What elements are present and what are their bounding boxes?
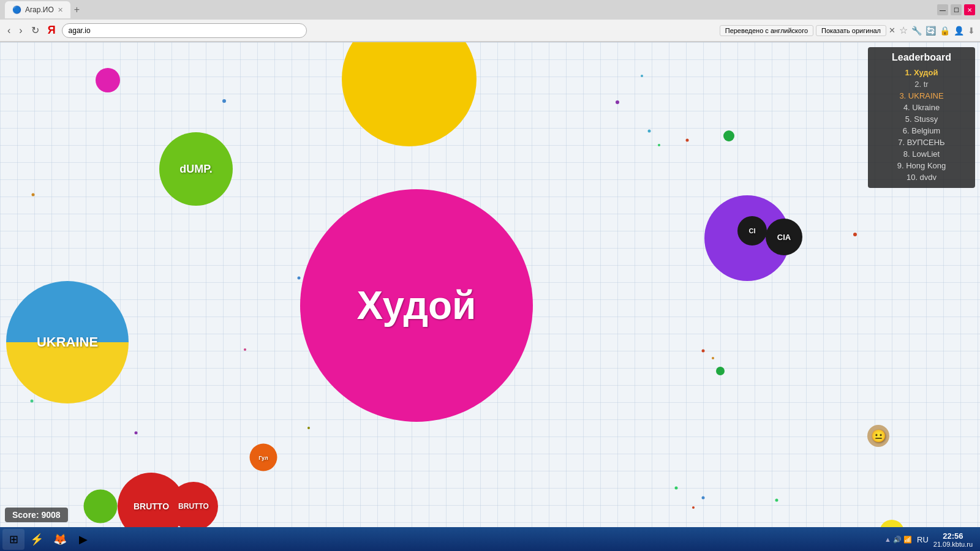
app2-icon: 🦊 — [53, 533, 67, 546]
leaderboard-item-3: 3. UKRAINE — [868, 90, 975, 102]
browser-tab[interactable]: 🔵 Агар.ИО ✕ — [5, 1, 70, 18]
game-area: Leaderboard 1. Худой2. tr3. UKRAINE4. Uk… — [0, 42, 980, 527]
cell-ukraine-cell: UKRAINE — [6, 281, 129, 403]
cell-green-dot-right — [723, 130, 734, 141]
taskbar: ⊞ ⚡ 🦊 ▶ ▲ 🔊 📶 RU 22:56 21.09.kbtu.ru — [0, 527, 980, 551]
user-icon: 👤 — [954, 26, 964, 36]
translate-bar: Переведено с английского Показать оригин… — [720, 25, 895, 36]
app3-icon: ▶ — [79, 533, 88, 546]
start-button[interactable]: ⊞ — [2, 529, 24, 550]
download-icon: ⬇ — [968, 26, 975, 36]
food-dot-14 — [775, 499, 778, 502]
food-dot-17 — [307, 427, 310, 429]
food-dot-3 — [686, 139, 689, 142]
food-dot-18 — [641, 75, 643, 77]
food-dot-12 — [692, 506, 695, 509]
leaderboard-list: 1. Худой2. tr3. UKRAINE4. Ukraine5. Stus… — [868, 67, 975, 183]
clock-date: 21.09.kbtu.ru — [933, 541, 973, 548]
new-tab-button[interactable]: + — [74, 4, 80, 15]
leaderboard-item-7: 7. ВУПСЕНЬ — [868, 137, 975, 148]
tab-close-button[interactable]: ✕ — [58, 6, 63, 14]
food-dot-6 — [298, 277, 301, 280]
leaderboard-item-1: 1. Худой — [868, 67, 975, 78]
address-bar[interactable] — [62, 23, 307, 38]
leaderboard-item-2: 2. tr — [868, 78, 975, 90]
leaderboard-item-6: 6. Belgium — [868, 125, 975, 137]
food-dot-15 — [31, 400, 34, 403]
food-dot-0 — [222, 99, 226, 103]
maximize-button[interactable]: ☐ — [951, 4, 962, 15]
nav-bar: ‹ › ↻ Я Переведено с английского Показат… — [0, 20, 980, 42]
food-dot-8 — [702, 350, 705, 353]
leaderboard: Leaderboard 1. Худой2. tr3. UKRAINE4. Uk… — [868, 47, 975, 188]
taskbar-app2[interactable]: 🦊 — [49, 529, 71, 550]
leaderboard-item-9: 9. Hong Kong — [868, 160, 975, 171]
food-dot-1 — [616, 100, 619, 104]
food-dot-4 — [658, 144, 660, 146]
clock: 22:56 21.09.kbtu.ru — [933, 531, 973, 548]
score-box: Score: 9008 — [5, 508, 68, 522]
food-dot-10 — [675, 487, 678, 490]
start-icon: ⊞ — [9, 533, 18, 546]
translate-label: Переведено с английского — [720, 25, 813, 36]
food-dot-2 — [648, 130, 651, 133]
sync-icon: 🔄 — [925, 26, 936, 36]
leaderboard-item-10: 10. dvdv — [868, 171, 975, 183]
food-dot-16 — [244, 348, 246, 351]
app1-icon: ⚡ — [30, 533, 43, 546]
score-value: Score: 9008 — [12, 510, 61, 520]
tab-favicon: 🔵 — [12, 6, 21, 14]
food-dot-9 — [712, 357, 714, 359]
food-dot-11 — [702, 497, 705, 500]
bookmark-button[interactable]: ☆ — [899, 24, 908, 36]
food-dot-13 — [135, 432, 138, 435]
cell-face-cell: 😐 — [867, 425, 889, 447]
cell-brutto2: BRUTTO — [169, 482, 218, 527]
lock-icon: 🔒 — [940, 26, 950, 36]
cell-orange-small: Гул — [250, 444, 277, 471]
clock-time: 22:56 — [933, 531, 973, 541]
tab-title: Агар.ИО — [25, 6, 54, 14]
language-indicator: RU — [917, 535, 929, 544]
taskbar-app1[interactable]: ⚡ — [26, 529, 48, 550]
taskbar-app3[interactable]: ▶ — [72, 529, 94, 550]
leaderboard-item-8: 8. LowLiet — [868, 148, 975, 160]
show-original-button[interactable]: Показать оригинал — [816, 25, 886, 36]
system-tray-icons: ▲ 🔊 📶 — [884, 536, 912, 544]
translate-close-button[interactable]: ✕ — [889, 26, 895, 35]
back-button[interactable]: ‹ — [5, 24, 13, 37]
cell-green-dot-right2 — [716, 367, 725, 375]
cell-ci-cell: CI — [737, 216, 767, 246]
food-dot-5 — [32, 193, 35, 197]
cell-yellow-big — [342, 42, 477, 146]
extensions-icon: 🔧 — [911, 26, 922, 36]
forward-button[interactable]: › — [17, 24, 24, 37]
close-button[interactable]: ✕ — [964, 4, 975, 15]
cell-green-small2 — [84, 490, 118, 523]
cell-green-cell: dUMP. — [159, 132, 233, 206]
refresh-button[interactable]: ↻ — [29, 23, 42, 37]
minimize-button[interactable]: — — [937, 4, 948, 15]
title-bar: 🔵 Агар.ИО ✕ + — ☐ ✕ — [0, 0, 980, 20]
leaderboard-item-5: 5. Stussy — [868, 113, 975, 125]
window-controls: — ☐ ✕ — [937, 4, 975, 15]
cell-magenta-small — [96, 68, 120, 92]
food-dot-7 — [853, 233, 857, 236]
yandex-logo: Я — [48, 24, 56, 37]
taskbar-right: ▲ 🔊 📶 RU 22:56 21.09.kbtu.ru — [884, 531, 978, 548]
cell-main-cell: Худой — [300, 189, 533, 422]
browser-chrome: 🔵 Агар.ИО ✕ + — ☐ ✕ ‹ › ↻ Я Переведено с… — [0, 0, 980, 42]
cell-yellow-corner — [880, 520, 904, 527]
cell-cia-cell: CIA — [766, 219, 802, 255]
leaderboard-item-4: 4. Ukraine — [868, 102, 975, 113]
leaderboard-title: Leaderboard — [868, 52, 975, 63]
